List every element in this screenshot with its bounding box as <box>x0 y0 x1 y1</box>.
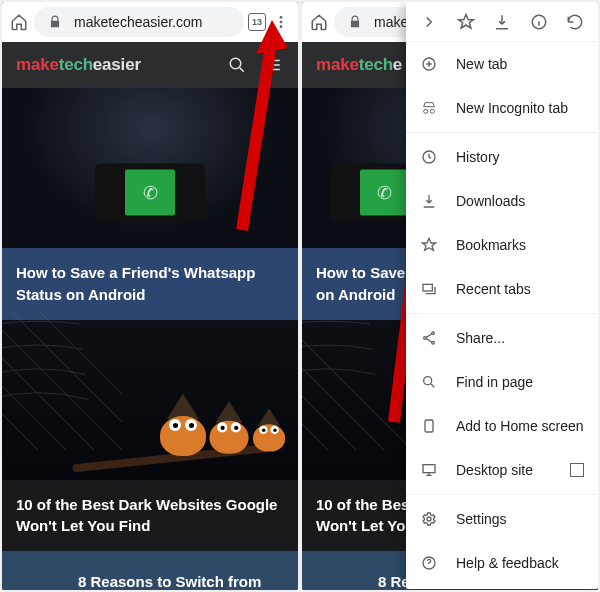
menu-downloads[interactable]: Downloads <box>406 179 598 223</box>
menu-icon[interactable] <box>270 11 292 33</box>
info-icon[interactable] <box>526 11 552 33</box>
share-icon <box>420 330 438 346</box>
site-logo[interactable]: maketecheasier <box>16 55 141 75</box>
omnibox[interactable]: maketecheasier.com <box>34 7 244 37</box>
menu-find[interactable]: Find in page <box>406 360 598 404</box>
svg-point-9 <box>424 337 427 340</box>
menu-desktop-site[interactable]: Desktop site <box>406 448 598 492</box>
help-icon <box>420 555 438 571</box>
svg-point-14 <box>427 517 431 521</box>
article-2-title[interactable]: 10 of the Best Dark Websites Google Won'… <box>2 480 298 552</box>
reload-icon[interactable] <box>562 11 588 33</box>
screenshot-left: maketecheasier.com 13 maketecheasier ✆ H… <box>2 2 298 590</box>
chrome-urlbar: maketecheasier.com 13 <box>2 2 298 42</box>
plus-circle-icon <box>420 56 438 72</box>
chrome-overflow-menu: New tab New Incognito tab History Downlo… <box>406 2 598 589</box>
svg-point-1 <box>280 21 283 24</box>
site-logo[interactable]: maketeche <box>316 55 402 75</box>
svg-rect-13 <box>423 465 435 473</box>
lock-icon <box>344 11 366 33</box>
article-3-title[interactable]: 8 Reasons to Switch from <box>2 551 298 590</box>
svg-point-3 <box>230 58 241 69</box>
download-icon[interactable] <box>489 11 515 33</box>
menu-incognito[interactable]: New Incognito tab <box>406 86 598 130</box>
search-icon[interactable] <box>226 54 248 76</box>
bookmarks-icon <box>420 237 438 253</box>
menu-top-row <box>406 2 598 42</box>
menu-help[interactable]: Help & feedback <box>406 541 598 585</box>
svg-rect-7 <box>423 284 432 291</box>
svg-point-10 <box>432 341 435 344</box>
svg-point-0 <box>280 16 283 19</box>
downloads-icon <box>420 193 438 209</box>
site-header: maketecheasier <box>2 42 298 88</box>
menu-bookmarks[interactable]: Bookmarks <box>406 223 598 267</box>
star-icon[interactable] <box>453 11 479 33</box>
menu-settings[interactable]: Settings <box>406 497 598 541</box>
menu-history[interactable]: History <box>406 135 598 179</box>
svg-rect-12 <box>425 420 433 432</box>
lock-icon <box>44 11 66 33</box>
home-icon[interactable] <box>308 11 330 33</box>
menu-add-home[interactable]: Add to Home screen <box>406 404 598 448</box>
incognito-icon <box>420 100 438 116</box>
desktop-checkbox[interactable] <box>570 463 584 477</box>
menu-share[interactable]: Share... <box>406 316 598 360</box>
find-icon <box>420 374 438 390</box>
hamburger-icon[interactable] <box>262 54 284 76</box>
tab-switcher[interactable]: 13 <box>248 13 266 31</box>
menu-recent-tabs[interactable]: Recent tabs <box>406 267 598 311</box>
url-text: maketecheasier.com <box>74 14 202 30</box>
svg-point-11 <box>424 377 432 385</box>
add-home-icon <box>420 418 438 434</box>
gear-icon <box>420 511 438 527</box>
recent-tabs-icon <box>420 281 438 297</box>
home-icon[interactable] <box>8 11 30 33</box>
menu-new-tab[interactable]: New tab <box>406 42 598 86</box>
desktop-icon <box>420 462 438 478</box>
site-actions <box>226 54 284 76</box>
history-icon <box>420 149 438 165</box>
svg-point-8 <box>432 332 435 335</box>
svg-point-2 <box>280 25 283 28</box>
article-2-image[interactable] <box>2 320 298 480</box>
screenshot-right: maket maketeche ✆ How to Saveon Android … <box>302 2 598 590</box>
forward-icon[interactable] <box>416 11 442 33</box>
article-1-image[interactable]: ✆ <box>2 88 298 248</box>
